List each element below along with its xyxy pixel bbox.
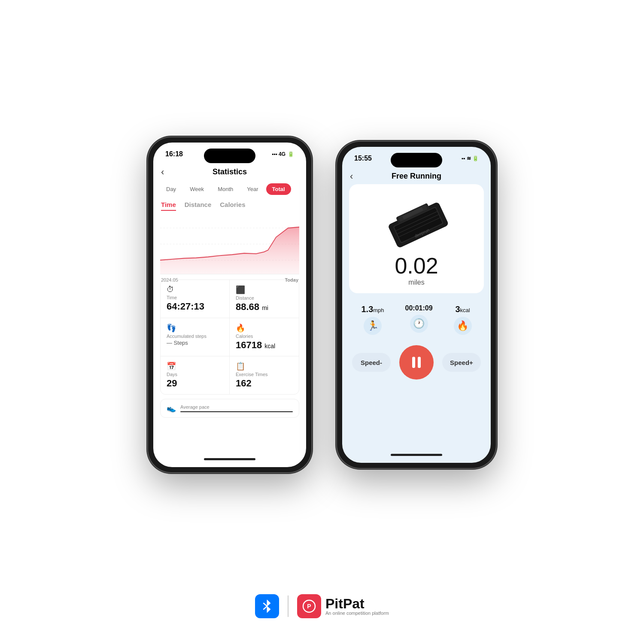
distance-icon: ⬛ — [236, 285, 293, 295]
exercise-icon: 📋 — [236, 361, 293, 371]
tab-time[interactable]: Time — [161, 201, 176, 211]
bottom-stat-label: Average pace — [180, 404, 293, 410]
stat-label-time: Time — [167, 295, 223, 300]
back-button-left[interactable]: ‹ — [161, 167, 164, 178]
phones-container: 16:18 ▪▪▪ 4G 🔋 ‹ Statistics Day Week Mon… — [148, 137, 496, 472]
home-indicator-right — [391, 454, 442, 456]
bottom-stat-line — [180, 411, 293, 412]
pause-button[interactable] — [399, 345, 434, 380]
dynamic-island-left — [204, 149, 255, 163]
nav-header-left: ‹ Statistics — [153, 166, 306, 181]
pitpat-logo: P PitPat An online competition platform — [297, 594, 389, 618]
stat-cell-exercise: 📋 Exercise Times 162 — [230, 356, 299, 394]
period-month[interactable]: Month — [212, 183, 239, 195]
bluetooth-icon — [255, 594, 279, 618]
pitpat-name: PitPat — [325, 597, 389, 611]
stat-label-distance: Distance — [236, 295, 293, 301]
page-title-left: Statistics — [213, 167, 247, 176]
run-icon: 🏃 — [364, 317, 382, 335]
distance-unit: miles — [408, 279, 424, 286]
left-phone: 16:18 ▪▪▪ 4G 🔋 ‹ Statistics Day Week Mon… — [148, 137, 311, 472]
stat-cell-time: ⏱ Time 64:27:13 — [161, 280, 230, 318]
metric-calories: 3kcal 🔥 — [454, 304, 472, 335]
speed-plus-button[interactable]: Speed+ — [442, 353, 481, 372]
wifi-icon: ▪▪ ≋ 🔋 — [462, 155, 479, 161]
metric-time-value: 00:01:09 — [405, 304, 433, 312]
pause-icon — [412, 357, 421, 368]
distance-value: 0.02 — [395, 255, 438, 277]
metrics-row: 1.3mph 🏃 00:01:09 🕐 3kcal 🔥 — [342, 298, 491, 339]
status-icons-left: ▪▪▪ 4G 🔋 — [272, 151, 294, 157]
free-running-header: ‹ Free Running — [342, 170, 491, 184]
bottom-stat: 👟 Average pace — [160, 399, 299, 418]
steps-icon: 👣 — [167, 323, 223, 333]
pitpat-text: PitPat An online competition platform — [325, 597, 389, 616]
controls-row: Speed- Speed+ — [342, 339, 491, 388]
pitpat-icon: P — [297, 594, 321, 618]
calories-icon: 🔥 — [236, 323, 293, 333]
stat-cell-steps: 👣 Accumulated steps — Steps — [161, 318, 230, 356]
back-button-right[interactable]: ‹ — [350, 171, 353, 182]
stat-value-steps: — Steps — [167, 340, 223, 346]
metric-calories-value: 3kcal — [455, 304, 470, 314]
metric-speed: 1.3mph 🏃 — [361, 304, 384, 335]
fire-icon: 🔥 — [454, 317, 472, 335]
right-phone-screen: 15:55 ▪▪ ≋ 🔋 ‹ Free Running — [342, 147, 491, 463]
stat-label-calories: Calories — [236, 334, 293, 339]
stats-grid: ⏱ Time 64:27:13 ⬛ Distance 88.68 mi 👣 Ac… — [160, 279, 299, 395]
stat-value-distance: 88.68 mi — [236, 301, 293, 313]
shoe-icon: 👟 — [167, 404, 176, 413]
pitpat-logo-svg: P — [302, 599, 316, 614]
stat-label-days: Days — [167, 372, 223, 377]
chart-svg — [160, 214, 299, 274]
stat-value-time: 64:27:13 — [167, 301, 223, 312]
chart-labels: 2024.05 Today — [161, 276, 298, 283]
divider-line — [288, 595, 289, 617]
status-time-left: 16:18 — [165, 150, 183, 158]
pitpat-tagline: An online competition platform — [325, 611, 389, 616]
chart-area: 2024.05 Today — [160, 214, 299, 274]
stat-cell-days: 📅 Days 29 — [161, 356, 230, 394]
status-time-right: 15:55 — [354, 155, 372, 162]
right-phone: 15:55 ▪▪ ≋ 🔋 ‹ Free Running — [337, 142, 496, 468]
branding: P PitPat An online competition platform — [255, 594, 389, 618]
canvas: 16:18 ▪▪▪ 4G 🔋 ‹ Statistics Day Week Mon… — [0, 0, 644, 644]
period-total[interactable]: Total — [266, 183, 291, 195]
tab-distance[interactable]: Distance — [185, 201, 212, 211]
status-icons-right: ▪▪ ≋ 🔋 — [462, 155, 479, 161]
tab-calories[interactable]: Calories — [220, 201, 245, 211]
metric-time: 00:01:09 🕐 — [405, 304, 433, 333]
pause-bar-1 — [412, 357, 415, 368]
bottom-stat-content: Average pace — [180, 404, 293, 412]
period-week[interactable]: Week — [184, 183, 210, 195]
pause-bar-2 — [418, 357, 421, 368]
stat-cell-calories: 🔥 Calories 16718 kcal — [230, 318, 299, 356]
treadmill-image: deeprun — [376, 191, 457, 251]
left-phone-screen: 16:18 ▪▪▪ 4G 🔋 ‹ Statistics Day Week Mon… — [153, 143, 306, 467]
chart-end-label: Today — [285, 277, 298, 283]
signal-icon: ▪▪▪ 4G — [272, 151, 286, 157]
stat-value-days: 29 — [167, 378, 223, 389]
period-day[interactable]: Day — [160, 183, 182, 195]
speed-minus-button[interactable]: Speed- — [352, 353, 391, 372]
svg-text:P: P — [307, 603, 311, 610]
free-running-title: Free Running — [392, 172, 441, 181]
tabs-row: Time Distance Calories — [153, 200, 306, 214]
home-indicator-left — [204, 458, 255, 460]
period-selector: Day Week Month Year Total — [153, 181, 306, 197]
stat-label-exercise: Exercise Times — [236, 372, 293, 377]
chart-start-label: 2024.05 — [161, 277, 178, 283]
dynamic-island-right — [391, 153, 442, 167]
days-icon: 📅 — [167, 361, 223, 371]
battery-icon: 🔋 — [288, 151, 294, 157]
clock-icon: ⏱ — [167, 285, 223, 294]
stat-value-calories: 16718 kcal — [236, 340, 293, 351]
stat-cell-distance: ⬛ Distance 88.68 mi — [230, 280, 299, 318]
stat-value-exercise: 162 — [236, 378, 293, 389]
period-year[interactable]: Year — [241, 183, 264, 195]
metric-speed-value: 1.3mph — [361, 304, 384, 314]
bluetooth-svg — [261, 598, 273, 614]
timer-icon: 🕐 — [410, 315, 428, 333]
treadmill-svg: deeprun — [376, 191, 457, 251]
treadmill-card: deeprun 0.02 miles — [349, 184, 484, 293]
